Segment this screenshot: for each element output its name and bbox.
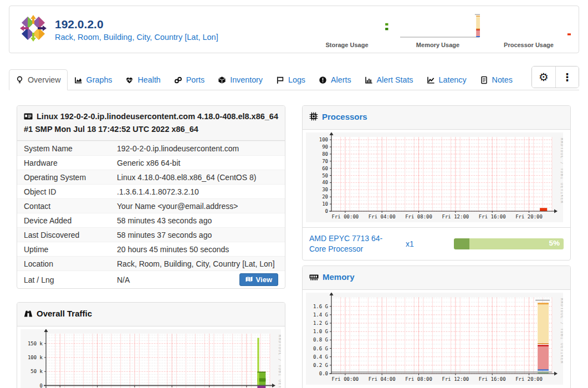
cube-icon (218, 76, 226, 84)
processors-card: Processors 0102030405060708090100Fri 00:… (302, 105, 571, 261)
header-graphs: Storage Usage Memory Usage Processor Usa… (305, 11, 571, 48)
memory-usage-label: Memory Usage (416, 42, 459, 48)
tab-inventory[interactable]: Inventory (211, 69, 269, 90)
table-row: Object ID.1.3.6.1.4.1.8072.3.2.10 (17, 184, 285, 198)
memory-graph[interactable]: 0.00.2 G0.4 G0.6 G0.8 G1.0 G1.2 G1.4 G1.… (303, 290, 570, 388)
svg-text:Fri 20:00: Fri 20:00 (515, 214, 543, 219)
svg-text:50 k: 50 k (30, 369, 43, 374)
lightbulb-icon (16, 76, 24, 84)
svg-text:Fri 00:00: Fri 00:00 (331, 376, 359, 382)
svg-text:1.2 G: 1.2 G (313, 320, 328, 326)
left-column: Linux 192-0-2-0.ip.linodeusercontent.com… (17, 105, 285, 388)
svg-text:Fri 04:00: Fri 04:00 (369, 376, 396, 382)
system-hostname: Linux 192-0-2-0.ip.linodeusercontent.com… (24, 112, 278, 134)
svg-text:0: 0 (40, 383, 43, 388)
svg-text:70: 70 (322, 159, 328, 164)
table-row: HardwareGeneric x86 64-bit (17, 155, 285, 170)
tab-graphs[interactable]: Graphs (68, 69, 119, 90)
heartbeat-icon (125, 76, 134, 84)
memory-card-title: Memory (323, 272, 355, 282)
page-title: 192.0.2.0 (55, 17, 218, 32)
storage-usage-label: Storage Usage (325, 42, 368, 48)
tab-overview[interactable]: Overview (9, 69, 68, 90)
svg-text:40: 40 (322, 180, 328, 185)
svg-text:60: 60 (322, 166, 328, 171)
cpu-chip-icon (309, 112, 318, 124)
traffic-card: Overall Traffic 050 k100 k150 kRRDTOOL /… (17, 302, 285, 388)
svg-text:RRDTOOL / TOBI OETIKER: RRDTOOL / TOBI OETIKER (278, 335, 281, 388)
tab-alerts[interactable]: Alerts (312, 69, 358, 90)
gear-icon: ⚙ (539, 72, 549, 83)
exclamation-circle-icon (319, 76, 327, 84)
settings-button[interactable]: ⚙ (532, 67, 555, 88)
table-row: Device Added58 minutes 43 seconds ago (17, 213, 285, 227)
device-overview-page: 192.0.2.0 Rack, Room, Building, City, Co… (0, 0, 588, 388)
link-icon (174, 76, 182, 84)
svg-text:30: 30 (322, 187, 328, 192)
table-row: Uptime20 hours 45 minutes 50 seconds (17, 242, 285, 256)
table-row: System Name192-0-2-0.ip.linodeuserconten… (17, 141, 285, 155)
memory-usage-minigraph[interactable] (396, 11, 480, 41)
processor-usage-label: Processor Usage (504, 42, 554, 48)
tab-notes[interactable]: Notes (473, 69, 519, 90)
svg-text:1.0 G: 1.0 G (313, 329, 328, 334)
svg-text:Fri 20:00: Fri 20:00 (515, 376, 543, 382)
svg-text:Fri 08:00: Fri 08:00 (405, 214, 432, 219)
svg-text:20: 20 (322, 194, 328, 200)
processors-graph[interactable]: 0102030405060708090100Fri 00:00Fri 04:00… (303, 130, 570, 227)
view-map-button[interactable]: View (239, 273, 278, 286)
processor-row: AMD EPYC 7713 64-Core Processor x1 5% (303, 227, 570, 260)
table-row: LocationRack, Room, Building, City, Coun… (17, 256, 285, 270)
storage-usage-minigraph[interactable] (305, 11, 389, 41)
svg-text:1.6 G: 1.6 G (313, 303, 328, 309)
bar-chart-icon (365, 76, 373, 84)
svg-text:50: 50 (322, 173, 328, 178)
svg-text:Fri 04:00: Fri 04:00 (369, 214, 396, 219)
cpu-count: x1 (406, 239, 414, 248)
svg-text:0: 0 (325, 208, 328, 214)
centos-logo-icon (19, 14, 47, 44)
table-row-latlng: Lat / Lng N/A View (17, 270, 285, 288)
cpu-name-link[interactable]: AMD EPYC 7713 64-Core Processor (309, 233, 393, 254)
svg-text:0.6 G: 0.6 G (313, 345, 328, 351)
system-card-header: Linux 192-0-2-0.ip.linodeusercontent.com… (17, 106, 285, 141)
system-table: System Name192-0-2-0.ip.linodeuserconten… (17, 141, 285, 288)
memory-card: Memory 0.00.2 G0.4 G0.6 G0.8 G1.0 G1.2 G… (302, 266, 571, 388)
overall-traffic-graph[interactable]: 050 k100 k150 kRRDTOOL / TOBI OETIKER (17, 326, 285, 388)
tab-alert-stats[interactable]: Alert Stats (358, 69, 420, 90)
svg-text:150 k: 150 k (28, 341, 43, 346)
svg-text:Fri 00:00: Fri 00:00 (331, 214, 359, 219)
more-menu-button[interactable]: ⋮ (555, 67, 579, 88)
svg-text:90: 90 (322, 144, 328, 150)
svg-text:0.2 G: 0.2 G (313, 363, 328, 368)
cpu-usage-percent: 5% (549, 239, 560, 247)
tab-logs[interactable]: Logs (269, 69, 312, 90)
right-column: Processors 0102030405060708090100Fri 00:… (302, 105, 571, 388)
binoculars-icon (24, 309, 33, 321)
kebab-menu-icon: ⋮ (562, 72, 572, 83)
line-chart-icon (427, 76, 435, 84)
svg-text:Fri 12:00: Fri 12:00 (442, 214, 469, 219)
map-icon (246, 275, 253, 284)
device-header: 192.0.2.0 Rack, Room, Building, City, Co… (9, 6, 579, 53)
tab-health[interactable]: Health (119, 69, 167, 90)
table-row: ContactYour Name <your@email.address> (17, 198, 285, 213)
device-location-link[interactable]: Rack, Room, Building, City, Country [Lat… (55, 33, 218, 42)
tab-ports[interactable]: Ports (167, 69, 211, 90)
svg-text:0.0: 0.0 (319, 371, 328, 376)
cpu-usage-progressbar: 5% (454, 238, 564, 249)
area-chart-icon (74, 76, 83, 84)
traffic-card-title: Overall Traffic (37, 309, 92, 318)
processor-usage-minigraph[interactable] (487, 11, 571, 41)
tab-latency[interactable]: Latency (420, 69, 473, 90)
svg-text:Fri 12:00: Fri 12:00 (442, 376, 469, 382)
processors-card-title: Processors (322, 112, 367, 121)
device-tabbar: Overview Graphs Health Ports Inventory L… (9, 66, 579, 90)
svg-text:0.8 G: 0.8 G (313, 337, 328, 343)
file-text-icon (480, 76, 488, 84)
traffic-card-header: Overall Traffic (17, 303, 285, 326)
svg-text:Fri 16:00: Fri 16:00 (479, 214, 506, 219)
flag-icon (276, 76, 284, 84)
svg-text:100 k: 100 k (28, 355, 43, 360)
table-row: Operating SystemLinux 4.18.0-408.el8.x86… (17, 170, 285, 184)
